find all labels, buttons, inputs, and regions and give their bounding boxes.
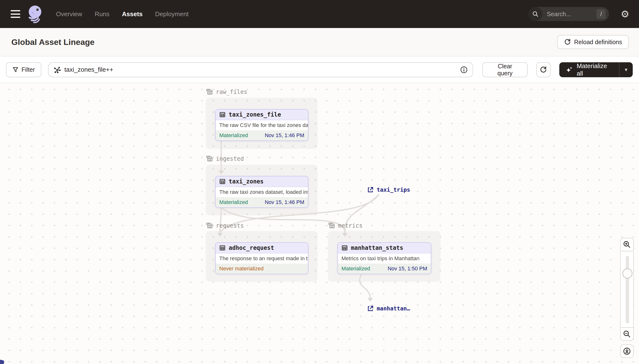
lineage-toolbar: Filter taxi_zones_file++ [0,56,639,83]
search-placeholder: Search... [547,10,596,18]
zoom-slider-panel [620,252,634,327]
dagster-logo-icon[interactable] [27,4,45,24]
zoom-out-icon [623,330,631,338]
sparkle-icon [565,66,573,74]
minimap-corner-fragment [0,360,4,364]
page-header: Global Asset Lineage Reload definitions [0,28,639,56]
materialize-all-label: Materialize all [577,62,613,77]
lineage-canvas[interactable]: raw_files ingested requests metrics [0,83,639,364]
top-nav-bar: Overview Runs Assets Deployment Search..… [0,0,639,28]
asset-description: The raw taxi zones dataset, loaded int..… [216,187,308,197]
asset-node-taxi-zones[interactable]: taxi_zones The raw taxi zones dataset, l… [215,176,308,208]
group-label-metrics[interactable]: metrics [328,222,362,229]
zoom-in-icon [623,240,631,248]
filter-funnel-icon [12,66,19,73]
graph-query-icon [53,66,61,74]
external-link-icon [367,186,374,193]
reload-definitions-label: Reload definitions [574,38,622,46]
external-asset-manhattan[interactable]: manhattan… [367,305,410,312]
group-label-ingested[interactable]: ingested [206,155,244,162]
asset-name: taxi_zones [229,178,264,185]
asset-description: The response to an request made in th... [216,254,308,264]
status-badge: Never materialized [219,266,263,272]
settings-gear-icon[interactable]: ⚙ [621,9,629,19]
clear-query-button[interactable]: Clear query [482,62,527,77]
refresh-icon [539,66,547,74]
materialize-all-split-button: Materialize all ▾ [559,62,633,77]
asset-group-icon [206,88,213,96]
status-badge: Materialized [219,199,248,206]
menu-hamburger-icon[interactable] [11,10,20,18]
materialization-timestamp[interactable]: Nov 15, 1:46 PM [265,132,304,138]
asset-node-adhoc-request[interactable]: adhoc_request The response to an request… [215,242,308,274]
external-asset-label: manhattan… [377,305,410,312]
asset-group-icon [328,222,335,229]
nav-item-deployment[interactable]: Deployment [155,10,189,18]
lineage-edges [0,83,639,364]
search-shortcut-badge: / [596,9,606,19]
materialize-all-button[interactable]: Materialize all [559,62,619,77]
zoom-slider-thumb[interactable] [622,268,632,278]
group-name: raw_files [216,88,247,95]
status-badge: Materialized [219,132,248,138]
materialization-timestamp[interactable]: Nov 15, 1:46 PM [265,199,304,206]
table-icon [219,245,226,251]
status-badge: Materialized [341,266,370,272]
table-icon [219,112,226,118]
group-name: requests [216,222,244,229]
download-icon [622,347,631,356]
download-view-button[interactable] [620,344,634,358]
asset-query-value: taxi_zones_file++ [65,66,460,74]
search-icon [528,7,542,21]
arrowhead [368,298,373,302]
group-label-raw-files[interactable]: raw_files [206,88,247,96]
group-name: metrics [338,222,362,229]
asset-group-icon [206,155,213,162]
filter-button[interactable]: Filter [6,62,41,77]
asset-name: taxi_zones_file [229,111,281,118]
group-name: ingested [216,156,244,162]
reload-icon [564,38,571,46]
zoom-in-button[interactable] [620,238,634,251]
asset-node-manhattan-stats[interactable]: manhattan_stats Metrics on taxi trips in… [337,242,431,274]
filter-button-label: Filter [22,66,35,73]
primary-nav: Overview Runs Assets Deployment [56,10,189,18]
search-input[interactable]: Search... / [528,7,609,21]
refresh-graph-button[interactable] [536,62,551,77]
zoom-slider-track[interactable] [626,256,629,324]
materialization-timestamp[interactable]: Nov 15, 1:50 PM [388,266,427,272]
page-title: Global Asset Lineage [11,38,95,47]
nav-item-assets[interactable]: Assets [122,10,143,18]
external-link-icon [367,305,374,312]
asset-name: manhattan_stats [351,244,403,251]
zoom-out-button[interactable] [620,327,634,341]
nav-item-overview[interactable]: Overview [56,10,82,18]
reload-definitions-button[interactable]: Reload definitions [557,35,629,49]
table-icon [219,178,226,185]
materialize-dropdown-caret[interactable]: ▾ [619,62,633,77]
asset-group-icon [206,222,213,229]
asset-description: Metrics on taxi trips in Manhattan [338,254,431,264]
query-info-icon[interactable] [460,66,468,74]
asset-node-taxi-zones-file[interactable]: taxi_zones_file The raw CSV file for the… [215,109,308,141]
group-label-requests[interactable]: requests [206,222,244,229]
external-asset-taxi-trips[interactable]: taxi_trips [367,186,410,193]
table-icon [341,245,348,251]
asset-name: adhoc_request [229,244,274,251]
asset-description: The raw CSV file for the taxi zones dat.… [216,120,308,130]
external-asset-label: taxi_trips [377,186,410,193]
nav-item-runs[interactable]: Runs [95,10,109,18]
clear-query-label: Clear query [490,63,520,77]
asset-query-input[interactable]: taxi_zones_file++ [48,62,473,77]
